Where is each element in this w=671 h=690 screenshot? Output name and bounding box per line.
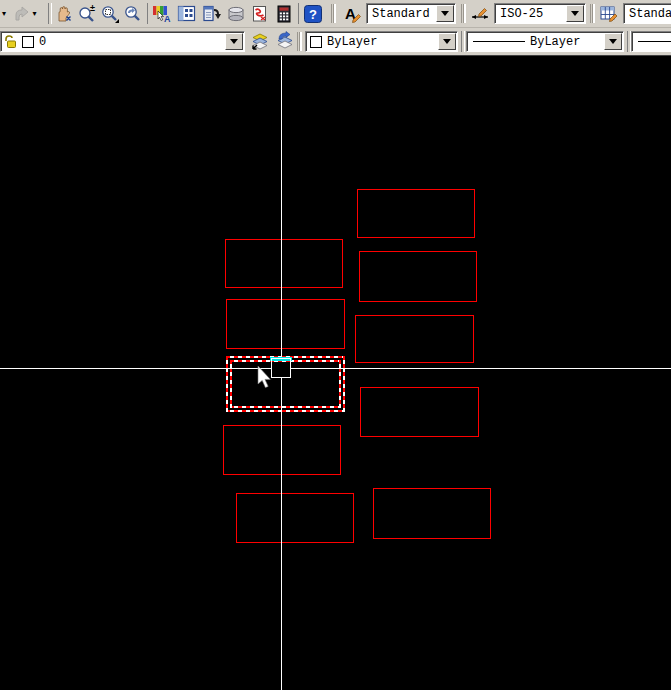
tool-palettes-icon: [202, 4, 222, 24]
text-style-combo[interactable]: Standard: [366, 3, 456, 24]
table-style-button[interactable]: [597, 2, 620, 25]
svg-text:A: A: [164, 14, 171, 24]
current-layer-name: 0: [34, 35, 46, 49]
layer-previous-button[interactable]: [274, 30, 297, 53]
crosshair-line: [281, 378, 282, 690]
dim-style-combo-arrow[interactable]: [566, 5, 584, 22]
drawn-rectangle[interactable]: [226, 299, 345, 349]
selected-rect-edge: [226, 410, 345, 412]
properties-icon: A: [152, 4, 172, 24]
designcenter-button[interactable]: [175, 2, 198, 25]
drawn-rectangle[interactable]: [359, 251, 477, 302]
drawn-rectangle[interactable]: [373, 488, 491, 539]
markup-set-icon: [250, 4, 270, 24]
quickcalc-button[interactable]: [272, 2, 295, 25]
layer-color-swatch: [22, 36, 34, 48]
pan-hand-icon: [54, 4, 74, 24]
text-style-combo-arrow[interactable]: [436, 5, 454, 22]
designcenter-icon: [177, 4, 197, 24]
zoom-window-icon: [100, 4, 120, 24]
drawn-rectangle[interactable]: [223, 425, 341, 475]
drawn-rectangle[interactable]: [236, 493, 354, 543]
help-button[interactable]: ?: [301, 2, 324, 25]
chevron-down-icon: ▾: [2, 10, 6, 18]
svg-text:?: ?: [309, 7, 317, 22]
layers-toolbar-row: 0 ByLayer ByL: [0, 28, 671, 55]
dim-style-combo[interactable]: ISO-25: [494, 3, 586, 24]
color-combo-arrow[interactable]: [438, 33, 456, 50]
layer-combo-arrow[interactable]: [225, 33, 243, 50]
crosshair-line: [281, 56, 282, 358]
redo-button[interactable]: ▾: [10, 2, 40, 25]
linetype-sample-line: [473, 41, 525, 42]
dimension-style-button[interactable]: [468, 2, 491, 25]
redo-icon: [13, 5, 31, 23]
selected-rect-edge: [230, 406, 341, 408]
chevron-down-icon: [571, 11, 579, 16]
lineweight-sample-line: [638, 41, 671, 42]
chevron-down-icon: ▾: [32, 10, 36, 18]
linetype-combo[interactable]: ByLayer: [466, 31, 624, 52]
drawn-rectangle[interactable]: [355, 315, 474, 363]
layer-combo[interactable]: 0: [0, 31, 245, 52]
chevron-down-icon: [441, 11, 449, 16]
current-color-swatch: [310, 36, 322, 48]
undo-flyout-button[interactable]: ▾: [0, 2, 10, 25]
sheet-set-manager-button[interactable]: [224, 2, 247, 25]
toolbar-area: ▾ ▾ ±: [0, 0, 671, 56]
make-object-layer-current-button[interactable]: [249, 30, 272, 53]
crosshair-line: [291, 368, 671, 369]
pan-realtime-button[interactable]: [52, 2, 75, 25]
zoom-previous-button[interactable]: [121, 2, 144, 25]
properties-palette-button[interactable]: A: [150, 2, 173, 25]
text-style-value: Standard: [367, 7, 430, 21]
help-icon: ?: [303, 4, 323, 24]
mouse-cursor-arrow: [257, 365, 273, 389]
drawing-canvas[interactable]: [0, 56, 671, 690]
dimension-style-icon: [470, 4, 490, 24]
dim-style-value: ISO-25: [495, 7, 543, 21]
markup-set-manager-button[interactable]: [248, 2, 271, 25]
chevron-down-icon: [609, 39, 617, 44]
table-style-value: Standard: [624, 7, 671, 21]
chevron-down-icon: [230, 39, 238, 44]
selected-rect-edge: [226, 356, 228, 412]
standard-toolbar-row: ▾ ▾ ±: [0, 0, 671, 28]
zoom-previous-icon: [123, 4, 143, 24]
zoom-window-button[interactable]: [98, 2, 121, 25]
chevron-down-icon: [443, 39, 451, 44]
text-style-button[interactable]: A: [340, 2, 363, 25]
current-color-value: ByLayer: [322, 35, 377, 49]
toolbar-separator: [461, 31, 465, 52]
make-layer-current-icon: [250, 31, 271, 52]
layer-previous-icon: [275, 31, 296, 52]
unlocked-padlock-icon: [3, 34, 18, 49]
selected-rect-edge: [343, 356, 345, 412]
tool-palettes-button[interactable]: [200, 2, 223, 25]
color-combo[interactable]: ByLayer: [305, 31, 458, 52]
svg-text:±: ±: [90, 4, 95, 13]
drawn-rectangle[interactable]: [360, 387, 479, 437]
drawn-rectangle[interactable]: [225, 239, 343, 288]
crosshair-line: [0, 368, 271, 369]
pickbox: [271, 358, 291, 378]
zoom-realtime-button[interactable]: ±: [75, 2, 98, 25]
calculator-icon: [274, 4, 294, 24]
table-style-combo[interactable]: Standard: [623, 3, 671, 24]
lineweight-combo[interactable]: [631, 31, 671, 52]
sheet-set-icon: [226, 4, 246, 24]
table-style-icon: [599, 4, 619, 24]
drawn-rectangle[interactable]: [357, 189, 475, 238]
linetype-combo-arrow[interactable]: [604, 33, 622, 50]
text-style-icon: A: [342, 4, 362, 24]
current-linetype-value: ByLayer: [525, 35, 580, 49]
zoom-realtime-icon: ±: [77, 4, 97, 24]
